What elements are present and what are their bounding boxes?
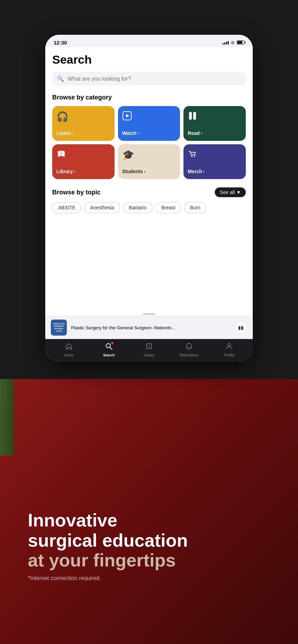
- topic-pill-bariatric[interactable]: Bariatric: [123, 202, 152, 213]
- search-page-content: Search 🔍 Browse by category 🎧 Listen ›: [45, 47, 253, 339]
- fine-print: *Internet connection required.: [28, 575, 270, 581]
- pause-icon: ▮▮: [238, 325, 244, 330]
- chevron-icon: ›: [74, 169, 75, 174]
- category-label-read: Read ›: [188, 130, 202, 136]
- category-label-library: Library ›: [56, 169, 75, 174]
- tab-bar: Home Search Library: [45, 339, 253, 362]
- pause-button[interactable]: ▮▮: [235, 321, 247, 334]
- category-card-listen[interactable]: 🎧 Listen ›: [52, 106, 115, 141]
- tab-home[interactable]: Home: [49, 343, 89, 357]
- phone-frame: 12:30 ⊘ Search 🔍 Browse by category: [45, 35, 253, 362]
- tab-label-profile: Profile: [224, 353, 234, 357]
- category-label-watch: Watch ›: [122, 130, 139, 136]
- tab-label-home: Home: [64, 353, 73, 357]
- promo-headline: Innovative surgical education at your fi…: [28, 510, 270, 570]
- status-time: 12:30: [54, 40, 67, 46]
- svg-rect-3: [193, 112, 196, 120]
- mini-player[interactable]: ANNALS OF SURGERY JOURNAL CLUB Plastic S…: [45, 316, 253, 339]
- bell-icon: [185, 343, 193, 352]
- topic-pill-breast[interactable]: Breast: [155, 202, 181, 213]
- tab-notifications[interactable]: Notifications: [169, 343, 209, 357]
- svg-line-8: [110, 347, 112, 349]
- status-icons: ⊘: [222, 40, 244, 45]
- topic-pill-anesthesia[interactable]: Anesthesia: [84, 202, 120, 213]
- book-icon: [188, 111, 197, 123]
- tab-profile[interactable]: Profile: [209, 343, 249, 357]
- category-label-listen: Listen ›: [56, 130, 73, 136]
- see-all-button[interactable]: See all ▼: [215, 187, 246, 197]
- status-bar: 12:30 ⊘: [45, 35, 253, 47]
- topics-pills: ABSITE Anesthesia Bariatric Breast Burn: [52, 202, 246, 213]
- library-tab-icon: [145, 343, 153, 352]
- category-label-students: Students ›: [122, 169, 146, 174]
- svg-point-10: [228, 344, 230, 346]
- category-grid: 🎧 Listen › Watch ›: [52, 106, 246, 179]
- category-label-merch: Merch ›: [188, 169, 204, 174]
- mini-player-info: Plastic Surgery for the General Surgeon:…: [71, 325, 230, 330]
- browse-topic-title: Browse by topic: [52, 189, 101, 196]
- topic-pill-burn[interactable]: Burn: [184, 202, 206, 213]
- category-card-students[interactable]: 🎓 Students ›: [118, 144, 180, 179]
- promo-text-area: Innovative surgical education at your fi…: [28, 510, 270, 581]
- category-card-library[interactable]: Library ›: [52, 144, 115, 179]
- search-icon: 🔍: [57, 75, 64, 82]
- svg-point-7: [106, 344, 110, 348]
- headphones-icon: 🎧: [56, 111, 69, 122]
- search-input[interactable]: [68, 76, 241, 82]
- svg-rect-2: [189, 112, 192, 120]
- svg-point-5: [191, 155, 193, 157]
- graduation-icon: 🎓: [122, 149, 134, 161]
- svg-marker-1: [126, 114, 129, 118]
- battery-icon: [237, 40, 244, 45]
- category-card-watch[interactable]: Watch ›: [118, 106, 180, 141]
- mini-player-title: Plastic Surgery for the General Surgeon:…: [71, 325, 230, 330]
- tab-search[interactable]: Search: [89, 343, 129, 357]
- chevron-icon: ›: [72, 131, 73, 136]
- tab-label-search: Search: [103, 353, 115, 357]
- tab-label-notifications: Notifications: [180, 353, 198, 357]
- chevron-icon: ›: [144, 169, 146, 174]
- page-title: Search: [52, 53, 246, 66]
- profile-icon: [225, 343, 233, 352]
- bottom-promotional-section: Innovative surgical education at your fi…: [0, 379, 298, 644]
- chevron-icon: ›: [203, 169, 205, 174]
- tab-library[interactable]: Library: [129, 343, 169, 357]
- svg-point-6: [194, 155, 195, 157]
- promo-image-overlay: [0, 379, 14, 456]
- category-card-read[interactable]: Read ›: [183, 106, 246, 141]
- dropdown-icon: ▼: [236, 190, 241, 195]
- search-input-container[interactable]: 🔍: [52, 72, 246, 86]
- see-all-label: See all: [220, 190, 235, 195]
- tab-label-library: Library: [144, 353, 155, 357]
- topic-pill-absite[interactable]: ABSITE: [52, 202, 81, 213]
- home-icon: [65, 343, 73, 352]
- mini-player-thumbnail: ANNALS OF SURGERY JOURNAL CLUB: [51, 320, 67, 336]
- drag-indicator: [143, 313, 155, 315]
- chevron-icon: ›: [201, 131, 202, 136]
- browse-category-title: Browse by category: [52, 94, 246, 101]
- search-tab-icon: [105, 343, 113, 352]
- chevron-icon: ›: [138, 131, 139, 136]
- library-icon: [56, 149, 66, 161]
- signal-icon: [222, 40, 229, 45]
- search-notification-dot: [111, 342, 113, 344]
- topics-header: Browse by topic See all ▼: [52, 187, 246, 197]
- cart-icon: [188, 149, 197, 161]
- category-card-merch[interactable]: Merch ›: [183, 144, 246, 179]
- wifi-icon: ⊘: [231, 40, 235, 45]
- play-icon: [122, 111, 132, 123]
